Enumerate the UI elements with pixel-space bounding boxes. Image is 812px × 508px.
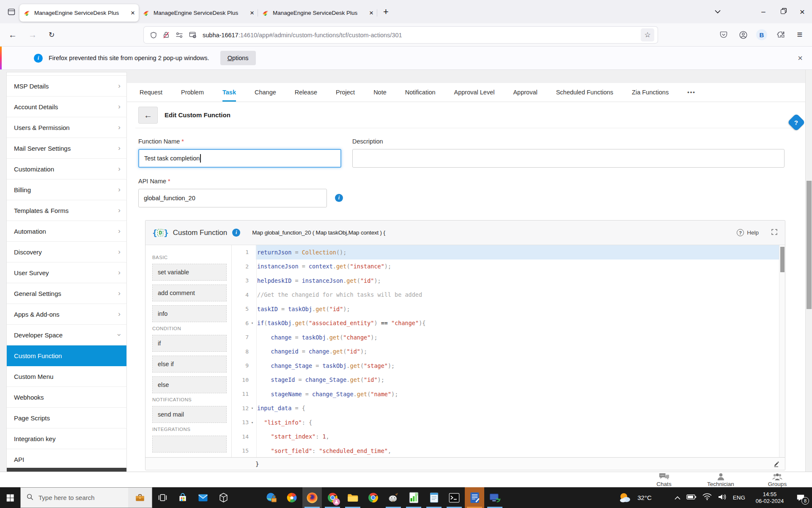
help-tab[interactable]: ?	[787, 113, 805, 131]
taskbar-clock[interactable]: 14:55 06-02-2024	[751, 491, 788, 505]
tab-scheduled-functions[interactable]: Scheduled Functions	[556, 83, 613, 102]
sidebar-item-customization[interactable]: Customization›	[7, 159, 126, 179]
lock-blocked-icon[interactable]	[162, 31, 170, 39]
tab-overflow-menu[interactable]: •••	[687, 83, 696, 102]
site-popup-blocked-icon[interactable]	[189, 31, 197, 39]
bookmark-star-icon[interactable]: ☆	[641, 28, 654, 41]
mail-icon[interactable]	[193, 487, 213, 508]
search-highlight-briefcase-icon[interactable]	[128, 488, 152, 508]
taskbar-search[interactable]: Type here to search	[20, 487, 152, 508]
forward-button[interactable]: →	[25, 27, 40, 42]
sidebar-item-users-permission[interactable]: Users & Permission›	[7, 117, 126, 138]
sidebar-item-webhooks[interactable]: Webhooks	[7, 387, 126, 408]
edge-lock-icon[interactable]	[262, 487, 281, 508]
window-minimize-button[interactable]: –	[754, 0, 773, 23]
start-button[interactable]	[0, 487, 20, 508]
tab-approval-level[interactable]: Approval Level	[454, 83, 495, 102]
palette-button-set-variable[interactable]: set variable	[152, 264, 227, 281]
dock-item-chats[interactable]: Chats	[636, 472, 692, 487]
firefox-view-icon[interactable]	[3, 4, 19, 19]
language-indicator[interactable]: ENG	[733, 494, 745, 501]
palette-button-partial[interactable]	[152, 436, 227, 453]
sidebar-item-billing[interactable]: Billing›	[7, 179, 126, 200]
help-button[interactable]: ?Help	[737, 229, 759, 236]
new-tab-button[interactable]: +	[377, 6, 395, 17]
sidebar-item-api[interactable]: API	[7, 449, 126, 468]
edit-pencil-icon[interactable]	[773, 461, 780, 467]
sidebar-item-integration-key[interactable]: Integration key	[7, 428, 126, 449]
code-line[interactable]: 11 stageName = change_Stage.get("name");	[232, 387, 779, 401]
sidebar-item-page-scripts[interactable]: Page Scripts	[7, 408, 126, 428]
editor-info-icon[interactable]: i	[232, 229, 240, 237]
tab-approval[interactable]: Approval	[513, 83, 537, 102]
url-text[interactable]: subha-16617:14610/app#/admin/custom-func…	[203, 32, 641, 39]
tab-close-icon[interactable]: ×	[131, 9, 135, 17]
sidebar-item-templates-forms[interactable]: Templates & Forms›	[7, 200, 126, 221]
extensions-puzzle-icon[interactable]	[774, 28, 788, 42]
sidebar-item-user-survey[interactable]: User Survey›	[7, 262, 126, 283]
menu-hamburger-icon[interactable]: ≡	[793, 28, 807, 42]
palette-button-add-comment[interactable]: add comment	[152, 284, 227, 301]
editor-scrollbar-thumb[interactable]	[780, 247, 785, 272]
tab-zia-functions[interactable]: Zia Functions	[632, 83, 669, 102]
chrome-profile-icon[interactable]	[323, 487, 342, 508]
page-scrollbar-thumb[interactable]	[807, 181, 812, 309]
permissions-icon[interactable]	[175, 32, 184, 39]
sidebar-item-custom-function[interactable]: Custom Function	[7, 345, 126, 366]
account-icon[interactable]	[736, 28, 750, 42]
gimp-icon[interactable]	[384, 487, 403, 508]
firefox-icon[interactable]	[302, 487, 322, 508]
tab-notification[interactable]: Notification	[405, 83, 436, 102]
code-line[interactable]: 6▾if(taskObj.get("associated_entity") ==…	[232, 316, 779, 331]
tab-release[interactable]: Release	[295, 83, 317, 102]
tab-close-icon[interactable]: ×	[369, 9, 373, 17]
pinwheel-icon[interactable]	[282, 487, 302, 508]
viewer3d-icon[interactable]	[214, 487, 233, 508]
explorer-icon[interactable]	[343, 487, 362, 508]
code-area[interactable]: 1returnJson = Collection();2instanceJson…	[232, 245, 779, 457]
sidebar-item-automation[interactable]: Automation›	[7, 221, 126, 242]
window-restore-button[interactable]	[773, 0, 793, 23]
code-line[interactable]: 1returnJson = Collection();	[232, 245, 779, 260]
tab-problem[interactable]: Problem	[181, 83, 204, 102]
back-button-page[interactable]: ←	[138, 107, 158, 124]
code-line[interactable]: 8 changeid = change.get("id");	[232, 345, 779, 359]
browser-tab[interactable]: ManageEngine ServiceDesk Plus×	[19, 4, 139, 22]
code-line[interactable]: 13▾ "list_info": {	[232, 415, 779, 430]
weather-icon[interactable]	[619, 492, 631, 503]
code-line[interactable]: 15 "sort_field": "scheduled_end_time",	[232, 444, 779, 457]
dock-item-technician[interactable]: Technician	[692, 472, 749, 487]
palette-button-else[interactable]: else	[152, 376, 227, 393]
code-line[interactable]: 5taskID = taskObj.get("id");	[232, 302, 779, 316]
code-line[interactable]: 10 stageId = change_Stage.get("id");	[232, 373, 779, 387]
notification-center-icon[interactable]: 8	[794, 492, 807, 504]
temperature[interactable]: 32°C	[637, 494, 652, 501]
calc-icon[interactable]	[404, 487, 423, 508]
palette-button-if[interactable]: if	[152, 335, 227, 352]
code-line[interactable]: 7 change = taskObj.get("change");	[232, 330, 779, 345]
back-button[interactable]: ←	[5, 27, 20, 42]
tab-change[interactable]: Change	[255, 83, 276, 102]
url-bar[interactable]: subha-16617:14610/app#/admin/custom-func…	[144, 27, 658, 43]
browser-tab[interactable]: ManageEngine ServiceDesk Plus×	[139, 4, 258, 22]
tab-task[interactable]: Task	[222, 83, 236, 102]
terminal-icon[interactable]	[444, 487, 464, 508]
tray-chevron-up-icon[interactable]	[675, 494, 680, 502]
api-name-input[interactable]	[138, 189, 327, 207]
sidebar-item-custom-menu[interactable]: Custom Menu	[7, 366, 126, 387]
writer-icon[interactable]	[465, 487, 484, 508]
chrome-icon[interactable]	[363, 487, 383, 508]
palette-button-info[interactable]: info	[152, 305, 227, 322]
tab-close-icon[interactable]: ×	[250, 9, 254, 17]
wifi-icon[interactable]	[702, 493, 712, 502]
store-icon[interactable]	[173, 487, 192, 508]
sidebar-item-discovery[interactable]: Discovery›	[7, 242, 126, 262]
options-button[interactable]: Options	[220, 51, 256, 65]
window-close-button[interactable]: ×	[793, 0, 812, 23]
sidebar-item-general-settings[interactable]: General Settings›	[7, 283, 126, 304]
shield-icon[interactable]	[150, 31, 157, 39]
function-name-input[interactable]: Test task completion	[138, 149, 341, 168]
battery-icon[interactable]	[686, 494, 697, 502]
code-line[interactable]: 2instanceJson = context.get("instance");	[232, 260, 779, 274]
extension-b-icon[interactable]: B	[754, 28, 769, 42]
